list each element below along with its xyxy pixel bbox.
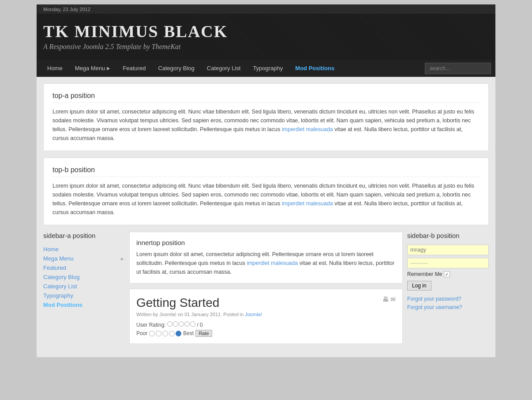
radio-1[interactable] (149, 331, 155, 336)
top-b-link[interactable]: imperdiet malesuada (282, 200, 333, 207)
radio-3[interactable] (162, 331, 168, 336)
nav-items: Home Mega Menu ▶ Featured Category Blog … (41, 60, 425, 77)
innertop-text: Lorem ipsum dolor sit amet, consectetur … (136, 250, 396, 276)
sidebar-a-panel: sidebar-a position Home Mega Menu ► Feat… (43, 232, 125, 344)
nav-featured[interactable]: Featured (116, 60, 152, 77)
username-input[interactable] (407, 245, 489, 255)
innertop-title: innertop position (136, 239, 396, 246)
sidebar-a-nav-category-blog[interactable]: Category Blog (43, 272, 125, 282)
star-2 (173, 321, 178, 327)
remember-me-row: Remember Me ✓ (407, 271, 489, 277)
innertop-link[interactable]: imperdiet malesuada (247, 260, 298, 266)
article-title: Getting Started (136, 296, 219, 310)
top-a-text: Lorem ipsum dolor sit amet, consectetur … (52, 107, 480, 143)
site-date: Monday, 23 July 2012 (43, 7, 90, 12)
top-b-title: top-b position (52, 166, 480, 177)
site-subtitle: A Responsive Joomla 2.5 Template by Them… (43, 43, 489, 51)
article-icons: 🖶 ✉ (382, 296, 396, 303)
password-input[interactable] (407, 258, 489, 268)
sidebar-a-nav-category-list[interactable]: Category List (43, 282, 125, 291)
star-rating (167, 321, 195, 327)
sidebar-a-nav-mod-positions[interactable]: Mod Positions (43, 300, 125, 309)
star-4 (184, 321, 190, 327)
top-b-text: Lorem ipsum dolor sit amet, consectetur … (52, 181, 480, 217)
innertop-block: innertop position Lorem ipsum dolor sit … (129, 232, 403, 283)
sidebar-a-nav-featured[interactable]: Featured (43, 263, 125, 272)
sidebar-b-panel: sidebar-b position Remember Me ✓ Log in … (407, 232, 489, 344)
sidebar-b-title: sidebar-b position (407, 232, 489, 239)
top-a-title: top-a position (52, 92, 480, 103)
sidebar-a-title: sidebar-a position (43, 232, 125, 239)
article-meta: Written by Joomla! on 01 January 2011. P… (136, 312, 396, 317)
chevron-icon: ▶ (107, 66, 110, 71)
site-title: TK MINIMUS BLACK (43, 22, 489, 41)
date-bar: Monday, 23 July 2012 (37, 5, 495, 14)
sidebar-a-nav-mega-menu[interactable]: Mega Menu ► (43, 254, 125, 263)
login-button[interactable]: Log in (407, 281, 431, 291)
three-column-layout: sidebar-a position Home Mega Menu ► Feat… (43, 232, 489, 344)
sidebar-chevron-icon: ► (120, 256, 125, 261)
article-block: Getting Started 🖶 ✉ Written by Joomla! o… (129, 289, 403, 344)
main-content: top-a position Lorem ipsum dolor sit ame… (37, 77, 495, 357)
top-b-block: top-b position Lorem ipsum dolor sit ame… (43, 158, 489, 225)
nav-category-blog[interactable]: Category Blog (152, 60, 200, 77)
rate-button[interactable]: Rate (195, 330, 212, 337)
nav-home[interactable]: Home (41, 60, 69, 77)
radio-4[interactable] (169, 331, 175, 336)
user-rating-row: User Rating: / 0 (136, 321, 396, 328)
main-column: innertop position Lorem ipsum dolor sit … (129, 232, 403, 344)
article-meta-link[interactable]: Joomla! (245, 312, 262, 317)
star-3 (179, 321, 184, 327)
sidebar-a-nav-typography[interactable]: Typography (43, 291, 125, 300)
main-navigation: Home Mega Menu ▶ Featured Category Blog … (37, 60, 495, 77)
forgot-password-link[interactable]: Forgot your password? (407, 295, 489, 303)
nav-category-list[interactable]: Category List (201, 60, 247, 77)
nav-typography[interactable]: Typography (247, 60, 289, 77)
remember-me-checkbox[interactable]: ✓ (444, 271, 450, 277)
radio-5[interactable] (176, 331, 181, 336)
sidebar-a-nav-home[interactable]: Home (43, 245, 125, 254)
nav-mega-menu[interactable]: Mega Menu ▶ (69, 60, 117, 77)
forgot-username-link[interactable]: Forgot your username? (407, 303, 489, 312)
top-a-link[interactable]: imperdiet malesuada (282, 126, 333, 132)
email-icon[interactable]: ✉ (390, 296, 396, 303)
nav-mod-positions[interactable]: Mod Positions (289, 60, 341, 77)
top-a-block: top-a position Lorem ipsum dolor sit ame… (43, 83, 489, 151)
star-1 (167, 321, 172, 327)
rating-scale-row: Poor Best Rate (136, 330, 396, 337)
print-icon[interactable]: 🖶 (382, 296, 389, 303)
radio-2[interactable] (156, 331, 161, 336)
star-5 (190, 321, 195, 327)
search-input[interactable] (425, 63, 491, 74)
radio-group (149, 331, 181, 336)
